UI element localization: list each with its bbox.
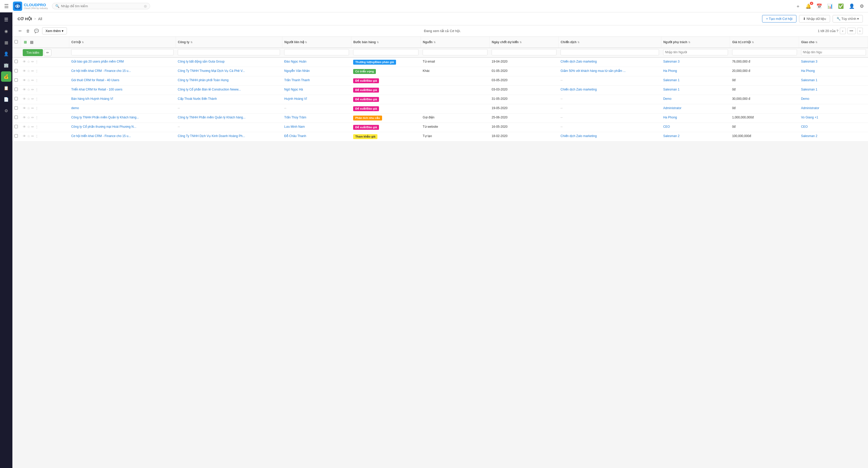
giao-cho-link[interactable]: CEO xyxy=(801,125,808,128)
sidebar-item-dashboard[interactable]: ▦ xyxy=(1,37,11,48)
search-button[interactable]: Tìm kiếm xyxy=(23,49,43,56)
col-co-hoi[interactable]: Cơ hội ⇅ xyxy=(69,37,176,48)
cong-ty-link[interactable]: Công ty Cổ phần Bán lẻ Construction Neww… xyxy=(178,88,241,91)
row-checkbox[interactable] xyxy=(14,78,18,82)
star-icon[interactable]: ☆ xyxy=(27,106,30,110)
giao-cho-link[interactable]: Salesman 1 xyxy=(801,88,817,91)
chien-dich-link[interactable]: Chiến dịch Zalo marketing xyxy=(561,88,597,91)
row-checkbox[interactable] xyxy=(14,134,18,138)
row-checkbox[interactable] xyxy=(14,69,18,72)
filter-cong-ty[interactable] xyxy=(178,49,280,55)
giao-cho-link[interactable]: Administrator xyxy=(801,106,819,110)
customize-button[interactable]: 🔧 Tùy chỉnh ▾ xyxy=(833,15,863,23)
co-hoi-link[interactable]: Triển khai CRM for Retail - 100 users xyxy=(71,88,122,91)
co-hoi-link[interactable]: demo xyxy=(71,106,79,110)
nguoi-lien-he-link[interactable]: Đỗ Châu Thanh xyxy=(284,134,306,138)
sidebar-item-opportunities[interactable]: 💰 xyxy=(1,71,11,82)
nguoi-phu-trach-link[interactable]: Salesman 1 xyxy=(663,88,679,91)
chien-dich-link[interactable]: Giảm 50% với khách hàng mua từ sản phẩm … xyxy=(561,69,626,72)
delete-icon[interactable]: 🗑 xyxy=(25,28,31,34)
giao-cho-link[interactable]: Vo Giang +1 xyxy=(801,116,818,119)
prev-page-button[interactable]: ‹ xyxy=(840,28,845,34)
sidebar-item-settings[interactable]: ⚙ xyxy=(1,106,11,116)
view-more-button[interactable]: Xem thêm ▾ xyxy=(42,27,67,34)
search-bar[interactable]: 🔍 ◎ xyxy=(52,3,150,9)
row-checkbox[interactable] xyxy=(14,60,18,63)
giao-cho-link[interactable]: Demo xyxy=(801,97,809,100)
co-hoi-link[interactable]: Cơ hội triển khai CRM - Finance cho 15 u… xyxy=(71,134,131,138)
filter-ngay-chot[interactable] xyxy=(492,49,556,55)
nguoi-phu-trach-link[interactable]: Salesman 2 xyxy=(663,134,679,138)
more-row-icon[interactable]: ⋮ xyxy=(35,88,38,91)
row-checkbox-cell[interactable] xyxy=(12,76,21,86)
nguoi-phu-trach-link[interactable]: Ha Phong xyxy=(663,69,677,72)
star-icon[interactable]: ☆ xyxy=(27,60,30,64)
checklist-icon[interactable]: ✅ xyxy=(838,3,844,9)
import-button[interactable]: ⬇ Nhập dữ liệu xyxy=(799,15,830,23)
more-row-icon[interactable]: ⋮ xyxy=(35,60,38,64)
star-icon[interactable]: ☆ xyxy=(27,134,30,138)
star-icon[interactable]: ☆ xyxy=(27,69,30,73)
more-row-icon[interactable]: ⋮ xyxy=(35,78,38,82)
chien-dich-link[interactable]: Chiến dịch Zalo marketing xyxy=(561,60,597,63)
edit-row-icon[interactable]: ✏ xyxy=(31,97,34,101)
edit-icon[interactable]: ✏ xyxy=(18,28,23,34)
comment-icon[interactable]: 💬 xyxy=(33,28,40,34)
filter-chien-dich[interactable] xyxy=(561,49,659,55)
settings-icon[interactable]: ⚙ xyxy=(860,3,864,9)
edit-row-icon[interactable]: ✏ xyxy=(31,88,34,91)
cong-ty-link[interactable]: Công ty bất động sản Guta Group xyxy=(178,60,224,63)
cong-ty-link[interactable]: Công Ty TNHH Thương Mại Dịch Vụ Cà Phê V… xyxy=(178,69,245,72)
star-icon[interactable]: ☆ xyxy=(27,125,30,129)
next-page-button[interactable]: › xyxy=(857,28,863,34)
list-view-icon[interactable]: ▤ xyxy=(29,39,34,45)
user-icon[interactable]: 👤 xyxy=(849,3,855,9)
sidebar-item-home[interactable]: ◉ xyxy=(1,26,11,36)
more-row-icon[interactable]: ⋮ xyxy=(35,125,38,129)
col-chien-dich[interactable]: Chiến dịch ⇅ xyxy=(559,37,661,48)
row-checkbox[interactable] xyxy=(14,88,18,91)
star-icon[interactable]: ☆ xyxy=(27,116,30,119)
col-nguon[interactable]: Nguồn ⇅ xyxy=(421,37,490,48)
nguoi-lien-he-link[interactable]: Ngô Ngọc Hà xyxy=(284,88,303,91)
row-checkbox-cell[interactable] xyxy=(12,123,21,132)
nguoi-lien-he-link[interactable]: Đào Ngọc Huân xyxy=(284,60,306,63)
co-hoi-link[interactable]: Bán hàng k/h Huỳnh Hoàng Vĩ xyxy=(71,97,113,100)
more-row-icon[interactable]: ⋮ xyxy=(35,97,38,101)
view-row-icon[interactable]: 👁 xyxy=(23,134,26,138)
view-row-icon[interactable]: 👁 xyxy=(23,69,26,73)
edit-row-icon[interactable]: ✏ xyxy=(31,78,34,82)
edit-row-icon[interactable]: ✏ xyxy=(31,116,34,119)
row-checkbox[interactable] xyxy=(14,116,18,119)
cong-ty-link[interactable]: Công ty TNHH Phần mềm Quản lý Khách hàng… xyxy=(178,116,245,119)
notification-icon[interactable]: 🔔 4 xyxy=(805,3,811,9)
view-row-icon[interactable]: 👁 xyxy=(23,88,26,91)
nguoi-phu-trach-link[interactable]: CEO xyxy=(663,125,670,128)
nguoi-lien-he-link[interactable]: Trần Thanh Thanh xyxy=(284,78,310,82)
star-icon[interactable]: ☆ xyxy=(27,78,30,82)
co-hoi-link[interactable]: Gói thuê CRM for Retail - 40 Users xyxy=(71,78,119,82)
giao-cho-link[interactable]: Salesman 1 xyxy=(801,78,817,82)
filter-giao-cho[interactable] xyxy=(801,49,866,55)
col-nguoi-phu-trach[interactable]: Người phụ trách ⇅ xyxy=(661,37,730,48)
nguoi-lien-he-link[interactable]: Lưu Minh Nam xyxy=(284,125,305,128)
star-icon[interactable]: ☆ xyxy=(27,97,30,101)
col-ngay-chot[interactable]: Ngày chốt dự kiến ⇅ xyxy=(490,37,559,48)
chien-dich-link[interactable]: Chiến dịch Zalo marketing xyxy=(561,134,597,138)
filter-nguon[interactable] xyxy=(423,49,488,55)
cong-ty-link[interactable]: Cấp Thoát Nước Bến Thành xyxy=(178,97,217,100)
giao-cho-link[interactable]: Salesman 2 xyxy=(801,134,817,138)
nguoi-phu-trach-link[interactable]: Salesman 3 xyxy=(663,60,679,63)
row-checkbox-cell[interactable] xyxy=(12,57,21,67)
view-row-icon[interactable]: 👁 xyxy=(23,106,26,110)
co-hoi-link[interactable]: Cơ hội triển khai CRM - Finance cho 15 u… xyxy=(71,69,131,72)
row-checkbox-cell[interactable] xyxy=(12,114,21,123)
filter-nguoi-lien-he[interactable] xyxy=(284,49,349,55)
co-hoi-link[interactable]: Công ty TNHH Phần mềm Quản lý Khách hàng… xyxy=(71,116,139,119)
col-giao-cho[interactable]: Giao cho ⇅ xyxy=(799,37,868,48)
filter-gia-tri[interactable] xyxy=(732,49,797,55)
row-checkbox[interactable] xyxy=(14,125,18,128)
row-checkbox-cell[interactable] xyxy=(12,67,21,76)
sidebar-item-reports[interactable]: 📄 xyxy=(1,94,11,105)
more-pages-button[interactable]: ••• xyxy=(847,28,856,34)
